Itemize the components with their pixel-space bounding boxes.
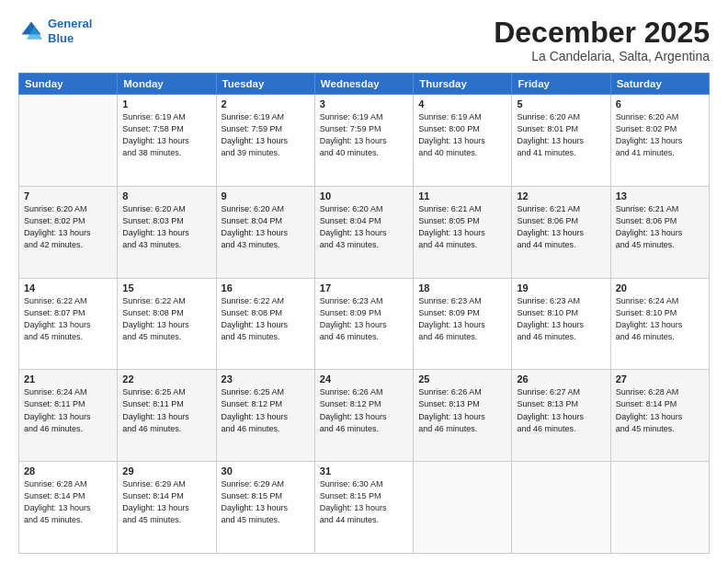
table-row: 11Sunrise: 6:21 AM Sunset: 8:05 PM Dayli… [414, 186, 512, 278]
col-monday: Monday [118, 74, 216, 95]
calendar-week-5: 28Sunrise: 6:28 AM Sunset: 8:14 PM Dayli… [19, 462, 710, 554]
day-info: Sunrise: 6:19 AM Sunset: 7:58 PM Dayligh… [122, 111, 210, 159]
table-row: 12Sunrise: 6:21 AM Sunset: 8:06 PM Dayli… [512, 186, 610, 278]
day-info: Sunrise: 6:25 AM Sunset: 8:12 PM Dayligh… [222, 386, 310, 434]
day-number: 12 [517, 190, 605, 201]
day-number: 6 [616, 98, 704, 109]
day-info: Sunrise: 6:23 AM Sunset: 8:09 PM Dayligh… [320, 295, 408, 343]
day-number: 9 [222, 190, 310, 201]
table-row: 8Sunrise: 6:20 AM Sunset: 8:03 PM Daylig… [118, 186, 216, 278]
day-number: 25 [418, 373, 506, 385]
day-info: Sunrise: 6:22 AM Sunset: 8:07 PM Dayligh… [24, 295, 112, 343]
table-row: 26Sunrise: 6:27 AM Sunset: 8:13 PM Dayli… [512, 370, 610, 462]
day-info: Sunrise: 6:24 AM Sunset: 8:10 PM Dayligh… [616, 295, 704, 343]
table-row: 6Sunrise: 6:20 AM Sunset: 8:02 PM Daylig… [610, 95, 709, 187]
day-info: Sunrise: 6:20 AM Sunset: 8:02 PM Dayligh… [616, 111, 704, 159]
table-row [512, 462, 610, 554]
day-number: 5 [517, 98, 605, 109]
day-info: Sunrise: 6:21 AM Sunset: 8:05 PM Dayligh… [418, 203, 506, 251]
day-number: 24 [320, 373, 408, 385]
table-row: 22Sunrise: 6:25 AM Sunset: 8:11 PM Dayli… [118, 370, 216, 462]
col-wednesday: Wednesday [314, 74, 413, 95]
day-number: 8 [122, 190, 210, 201]
day-number: 27 [616, 373, 704, 385]
table-row: 4Sunrise: 6:19 AM Sunset: 8:00 PM Daylig… [414, 95, 512, 187]
table-row: 3Sunrise: 6:19 AM Sunset: 7:59 PM Daylig… [314, 95, 413, 187]
day-info: Sunrise: 6:26 AM Sunset: 8:12 PM Dayligh… [320, 386, 408, 434]
day-number: 30 [222, 465, 310, 477]
day-info: Sunrise: 6:25 AM Sunset: 8:11 PM Dayligh… [122, 386, 210, 434]
table-row [19, 95, 118, 187]
table-row: 27Sunrise: 6:28 AM Sunset: 8:14 PM Dayli… [610, 370, 709, 462]
col-sunday: Sunday [19, 74, 118, 95]
title-block: December 2025 La Candelaria, Salta, Arge… [494, 17, 710, 63]
logo-icon [18, 18, 44, 44]
table-row: 14Sunrise: 6:22 AM Sunset: 8:07 PM Dayli… [19, 278, 118, 370]
day-number: 17 [320, 282, 408, 293]
table-row: 7Sunrise: 6:20 AM Sunset: 8:02 PM Daylig… [19, 186, 118, 278]
day-info: Sunrise: 6:22 AM Sunset: 8:08 PM Dayligh… [122, 295, 210, 343]
day-number: 19 [517, 282, 605, 293]
day-info: Sunrise: 6:26 AM Sunset: 8:13 PM Dayligh… [418, 386, 506, 434]
day-number: 21 [24, 373, 112, 385]
table-row: 20Sunrise: 6:24 AM Sunset: 8:10 PM Dayli… [610, 278, 709, 370]
table-row: 19Sunrise: 6:23 AM Sunset: 8:10 PM Dayli… [512, 278, 610, 370]
page: General Blue December 2025 La Candelaria… [0, 0, 728, 563]
table-row: 15Sunrise: 6:22 AM Sunset: 8:08 PM Dayli… [118, 278, 216, 370]
table-row: 29Sunrise: 6:29 AM Sunset: 8:14 PM Dayli… [118, 462, 216, 554]
day-number: 16 [222, 282, 310, 293]
table-row: 9Sunrise: 6:20 AM Sunset: 8:04 PM Daylig… [216, 186, 314, 278]
day-info: Sunrise: 6:23 AM Sunset: 8:09 PM Dayligh… [418, 295, 506, 343]
day-number: 18 [418, 282, 506, 293]
day-number: 10 [320, 190, 408, 201]
calendar-week-3: 14Sunrise: 6:22 AM Sunset: 8:07 PM Dayli… [19, 278, 710, 370]
day-number: 3 [320, 98, 408, 109]
day-number: 11 [418, 190, 506, 201]
table-row: 25Sunrise: 6:26 AM Sunset: 8:13 PM Dayli… [414, 370, 512, 462]
day-info: Sunrise: 6:23 AM Sunset: 8:10 PM Dayligh… [517, 295, 605, 343]
day-number: 14 [24, 282, 112, 293]
day-info: Sunrise: 6:29 AM Sunset: 8:14 PM Dayligh… [122, 478, 210, 526]
header-row: Sunday Monday Tuesday Wednesday Thursday… [19, 74, 710, 95]
day-info: Sunrise: 6:30 AM Sunset: 8:15 PM Dayligh… [320, 478, 408, 526]
col-tuesday: Tuesday [216, 74, 314, 95]
day-info: Sunrise: 6:21 AM Sunset: 8:06 PM Dayligh… [616, 203, 704, 251]
day-info: Sunrise: 6:20 AM Sunset: 8:04 PM Dayligh… [222, 203, 310, 251]
table-row: 28Sunrise: 6:28 AM Sunset: 8:14 PM Dayli… [19, 462, 118, 554]
main-title: December 2025 [494, 17, 710, 49]
day-info: Sunrise: 6:24 AM Sunset: 8:11 PM Dayligh… [24, 386, 112, 434]
day-number: 2 [222, 98, 310, 109]
table-row: 18Sunrise: 6:23 AM Sunset: 8:09 PM Dayli… [414, 278, 512, 370]
calendar-week-1: 1Sunrise: 6:19 AM Sunset: 7:58 PM Daylig… [19, 95, 710, 187]
table-row: 23Sunrise: 6:25 AM Sunset: 8:12 PM Dayli… [216, 370, 314, 462]
table-row: 21Sunrise: 6:24 AM Sunset: 8:11 PM Dayli… [19, 370, 118, 462]
day-number: 26 [517, 373, 605, 385]
col-saturday: Saturday [610, 74, 709, 95]
day-info: Sunrise: 6:19 AM Sunset: 8:00 PM Dayligh… [418, 111, 506, 159]
day-number: 20 [616, 282, 704, 293]
logo: General Blue [18, 17, 92, 45]
table-row: 16Sunrise: 6:22 AM Sunset: 8:08 PM Dayli… [216, 278, 314, 370]
day-info: Sunrise: 6:29 AM Sunset: 8:15 PM Dayligh… [222, 478, 310, 526]
day-info: Sunrise: 6:28 AM Sunset: 8:14 PM Dayligh… [616, 386, 704, 434]
day-info: Sunrise: 6:27 AM Sunset: 8:13 PM Dayligh… [517, 386, 605, 434]
table-row: 1Sunrise: 6:19 AM Sunset: 7:58 PM Daylig… [118, 95, 216, 187]
day-number: 7 [24, 190, 112, 201]
day-number: 4 [418, 98, 506, 109]
calendar-week-2: 7Sunrise: 6:20 AM Sunset: 8:02 PM Daylig… [19, 186, 710, 278]
day-number: 29 [122, 465, 210, 477]
day-info: Sunrise: 6:19 AM Sunset: 7:59 PM Dayligh… [222, 111, 310, 159]
table-row: 13Sunrise: 6:21 AM Sunset: 8:06 PM Dayli… [610, 186, 709, 278]
day-info: Sunrise: 6:20 AM Sunset: 8:04 PM Dayligh… [320, 203, 408, 251]
col-thursday: Thursday [414, 74, 512, 95]
table-row: 31Sunrise: 6:30 AM Sunset: 8:15 PM Dayli… [314, 462, 413, 554]
table-row [414, 462, 512, 554]
day-info: Sunrise: 6:21 AM Sunset: 8:06 PM Dayligh… [517, 203, 605, 251]
day-info: Sunrise: 6:22 AM Sunset: 8:08 PM Dayligh… [222, 295, 310, 343]
logo-line2: Blue [48, 31, 74, 45]
day-number: 31 [320, 465, 408, 477]
day-info: Sunrise: 6:20 AM Sunset: 8:03 PM Dayligh… [122, 203, 210, 251]
col-friday: Friday [512, 74, 610, 95]
table-row: 30Sunrise: 6:29 AM Sunset: 8:15 PM Dayli… [216, 462, 314, 554]
day-info: Sunrise: 6:20 AM Sunset: 8:02 PM Dayligh… [24, 203, 112, 251]
